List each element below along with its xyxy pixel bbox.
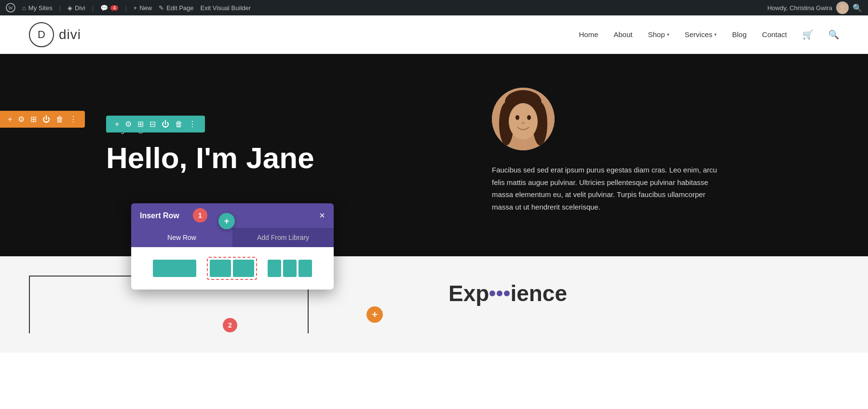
disable-icon[interactable]: ⏻ (42, 115, 50, 124)
comment-icon: 💬 (100, 4, 108, 12)
popup-content (131, 247, 334, 290)
row-cell-half1 (210, 260, 231, 277)
house-icon: ⌂ (22, 4, 26, 12)
row-2col-option[interactable] (207, 257, 257, 280)
step-1-badge: 1 (193, 208, 207, 223)
cart-button[interactable]: 🛒 (802, 29, 813, 40)
search-admin-icon[interactable]: 🔍 (853, 3, 862, 13)
nav-contact[interactable]: Contact (762, 30, 787, 39)
more-icon[interactable]: ⋮ (69, 115, 77, 124)
svg-point-3 (839, 10, 846, 14)
row-disable-icon[interactable]: ⏻ (162, 120, 169, 129)
popup-close-button[interactable]: × (319, 210, 325, 221)
separator3: | (125, 4, 126, 12)
row-layout-icon[interactable]: ⊞ (137, 119, 144, 129)
experience-title: Exp ience (448, 280, 839, 306)
step-2-number: 2 (228, 321, 232, 329)
row-settings-icon[interactable]: ⚙ (125, 119, 132, 129)
row-3col-option[interactable] (265, 257, 315, 280)
avatar-svg (836, 1, 849, 14)
duplicate-icon[interactable]: ⊞ (30, 115, 37, 124)
separator: | (59, 4, 61, 12)
new-label: New (139, 4, 152, 12)
comments-badge: 4 (110, 5, 118, 11)
row-delete-icon[interactable]: 🗑 (175, 120, 183, 129)
row-cell-third2 (283, 260, 297, 277)
row-cell-third3 (298, 260, 312, 277)
nav-shop[interactable]: Shop ▾ (648, 30, 669, 39)
svg-point-11 (522, 122, 525, 124)
exp-part1: Exp (448, 280, 489, 306)
pencil-icon: ✎ (159, 4, 164, 12)
add-section-button[interactable]: + (366, 306, 383, 323)
nav-services[interactable]: Services ▾ (685, 30, 717, 39)
chevron-down-icon: ▾ (667, 32, 669, 37)
row-cell-half2 (233, 260, 254, 277)
admin-bar: W ⌂ My Sites | ◈ Divi | 💬 4 | + New ✎ Ed… (0, 0, 868, 15)
row-cell-third1 (268, 260, 281, 277)
separator2: | (92, 4, 94, 12)
row-cell-full (153, 260, 196, 277)
search-button[interactable]: 🔍 (828, 29, 839, 40)
hero-avatar (492, 88, 555, 150)
hero-left: Designer @ Divi Hello, I'm Jane (106, 126, 453, 174)
hero-right: Faucibus sed sed erat ipsum purus egesta… (453, 88, 839, 213)
popup-title: Insert Row (140, 211, 179, 220)
edit-page-label: Edit Page (166, 4, 193, 12)
row-1col-option[interactable] (150, 257, 199, 280)
exp-dots (489, 290, 510, 296)
svg-point-8 (509, 103, 538, 140)
nav-shop-label: Shop (648, 30, 665, 39)
teal-builder-toolbar: + ⚙ ⊞ ⊟ ⏻ 🗑 ⋮ (106, 116, 205, 132)
bottom-section: Exp ience (0, 256, 868, 353)
my-sites-link[interactable]: ⌂ My Sites (22, 4, 53, 12)
site-logo: D divi (29, 22, 81, 47)
avatar (836, 1, 849, 14)
avatar-face-svg (492, 88, 555, 150)
step-2-badge: 2 (223, 318, 237, 332)
main-content: + ⚙ ⊞ ⏻ 🗑 ⋮ + ⚙ ⊞ ⊟ ⏻ 🗑 ⋮ Designer @ Div… (0, 54, 868, 353)
plus-icon: + (134, 4, 137, 12)
row-more-icon[interactable]: ⋮ (189, 119, 196, 129)
nav-services-label: Services (685, 30, 713, 39)
orange-builder-toolbar: + ⚙ ⊞ ⏻ 🗑 ⋮ (0, 111, 85, 128)
hero-title: Hello, I'm Jane (106, 142, 453, 174)
add-module-icon[interactable]: + (8, 115, 12, 124)
svg-point-2 (840, 4, 845, 9)
exit-builder-link[interactable]: Exit Visual Builder (201, 4, 251, 12)
exp-part2: ience (510, 280, 567, 306)
comments-link[interactable]: 💬 4 (100, 4, 118, 12)
settings-icon[interactable]: ⚙ (18, 115, 25, 124)
delete-icon[interactable]: 🗑 (56, 115, 64, 124)
divi-link[interactable]: ◈ Divi (68, 4, 85, 12)
site-nav: Home About Shop ▾ Services ▾ Blog Contac… (579, 29, 839, 40)
hero-body-text: Faucibus sed sed erat ipsum purus egesta… (492, 164, 723, 213)
wp-logo-icon: W (6, 3, 15, 13)
popup-tabs: New Row Add From Library (131, 228, 334, 247)
divi-label: Divi (75, 4, 85, 12)
step-1-number: 1 (198, 211, 202, 219)
avatar-image (836, 1, 849, 14)
row-cols-icon[interactable]: ⊟ (149, 119, 156, 129)
edit-page-link[interactable]: ✎ Edit Page (159, 4, 193, 12)
logo-circle: D (29, 22, 54, 47)
nav-about[interactable]: About (613, 30, 632, 39)
nav-home[interactable]: Home (579, 30, 598, 39)
svg-text:W: W (8, 5, 13, 11)
bottom-right: Exp ience (448, 276, 839, 306)
my-sites-label: My Sites (28, 4, 53, 12)
new-link[interactable]: + New (134, 4, 152, 12)
exp-dot-1 (489, 290, 495, 296)
hero-section: + ⚙ ⊞ ⏻ 🗑 ⋮ + ⚙ ⊞ ⊟ ⏻ 🗑 ⋮ Designer @ Div… (0, 54, 868, 256)
wp-logo-link[interactable]: W (6, 3, 15, 13)
logo-text: divi (59, 27, 81, 42)
svg-point-10 (527, 115, 531, 120)
add-row-icon[interactable]: + (115, 120, 119, 129)
chevron-down-icon-services: ▾ (714, 32, 717, 37)
insert-row-button[interactable]: + (218, 213, 235, 229)
exit-builder-label: Exit Visual Builder (201, 4, 251, 12)
logo-letter: D (38, 28, 45, 41)
add-from-library-tab[interactable]: Add From Library (232, 228, 334, 247)
new-row-tab[interactable]: New Row (131, 228, 232, 247)
nav-blog[interactable]: Blog (732, 30, 746, 39)
